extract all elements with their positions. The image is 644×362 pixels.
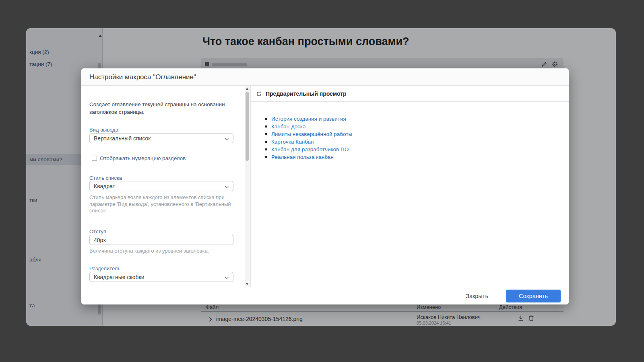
separator-value: Квадратные скобки	[94, 274, 144, 280]
refresh-icon[interactable]	[256, 91, 262, 97]
indent-input[interactable]	[89, 235, 233, 245]
preview-title: Предварительный просмотр	[266, 90, 347, 97]
toc-link[interactable]: Лимиты незавершённой работы	[271, 131, 352, 137]
list-item: Лимиты незавершённой работы	[265, 130, 352, 138]
chevron-down-icon	[225, 275, 229, 279]
scroll-up-icon[interactable]	[246, 88, 249, 90]
macro-description: Создает оглавление текущей страницы на о…	[89, 101, 234, 116]
square-bullet-icon	[265, 148, 267, 150]
toc-preview-list: История создания и развития Канбан-доска…	[265, 115, 352, 161]
dialog-footer: Закрыть Сохранить	[81, 287, 569, 304]
list-item: Карточка Канбан	[265, 138, 352, 146]
dialog-header: Настройки макроса "Оглавление"	[81, 68, 569, 86]
form-scrollbar-thumb[interactable]	[246, 92, 249, 161]
chevron-down-icon	[225, 184, 229, 188]
output-type-label: Вид вывода	[89, 127, 118, 133]
list-item: Канбан-доска	[265, 123, 352, 130]
list-style-help: Стиль маркера возле каждого из элементов…	[89, 194, 235, 214]
dialog-title: Настройки макроса "Оглавление"	[89, 68, 196, 86]
indent-label: Отступ	[89, 228, 106, 234]
indent-help: Величина отступа каждого из уровней заго…	[89, 248, 235, 255]
toc-link[interactable]: Карточка Канбан	[271, 139, 314, 145]
square-bullet-icon	[265, 141, 267, 143]
square-bullet-icon	[265, 118, 267, 120]
list-style-label: Стиль списка	[89, 175, 122, 181]
square-bullet-icon	[265, 125, 267, 128]
macro-settings-dialog: Настройки макроса "Оглавление" Создает о…	[81, 68, 569, 304]
toc-link[interactable]: Канбан-доска	[271, 123, 306, 130]
chevron-down-icon	[225, 136, 229, 140]
numbering-checkbox[interactable]	[92, 156, 97, 161]
output-type-value: Вертикальный список	[94, 135, 151, 142]
close-button[interactable]: Закрыть	[466, 293, 488, 299]
numbering-checkbox-label[interactable]: Отображать нумерацию разделов	[100, 155, 186, 161]
toc-link[interactable]: Реальная польза канбан	[271, 154, 334, 160]
dialog-body: Создает оглавление текущей страницы на о…	[81, 86, 569, 287]
preview-pane: Предварительный просмотр История создани…	[251, 86, 569, 287]
toc-link[interactable]: Канбан для разработчиков ПО	[271, 146, 349, 152]
list-item: Канбан для разработчиков ПО	[265, 146, 352, 153]
separator-label: Разделитель	[89, 265, 120, 272]
square-bullet-icon	[265, 156, 267, 158]
output-type-select[interactable]: Вертикальный список	[89, 133, 233, 143]
list-item: История создания и развития	[265, 115, 352, 123]
toc-link[interactable]: История создания и развития	[271, 116, 346, 122]
list-item: Реальная польза канбан	[265, 153, 352, 161]
macro-form-pane: Создает оглавление текущей страницы на о…	[81, 86, 245, 287]
scroll-down-icon[interactable]	[246, 283, 249, 285]
separator-select[interactable]: Квадратные скобки	[89, 272, 233, 282]
square-bullet-icon	[265, 133, 267, 135]
save-button[interactable]: Сохранить	[506, 290, 561, 302]
list-style-value: Квадрат	[94, 183, 115, 189]
list-style-select[interactable]: Квадрат	[89, 181, 233, 191]
preview-header: Предварительный просмотр	[251, 86, 569, 102]
form-pane-scrollbar[interactable]	[245, 86, 250, 287]
numbering-checkbox-row: Отображать нумерацию разделов	[92, 155, 186, 161]
